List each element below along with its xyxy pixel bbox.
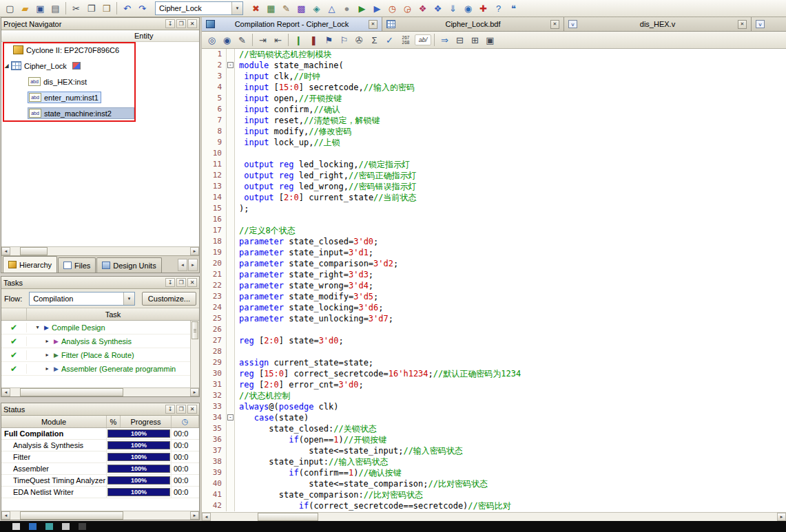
code-line[interactable]: 38 state_input://输入密码状态 [202,456,786,467]
expander-icon[interactable]: ▾ [34,324,41,330]
pin-icon[interactable]: ↧ [165,405,175,414]
code-line[interactable]: 7 input reset,//清楚锁定，解锁键 [202,115,786,126]
customize-button[interactable]: Customize... [142,292,196,306]
scroll-left-icon[interactable]: ◄ [1,388,10,396]
debug-icon[interactable]: ✚ [476,1,490,16]
status-row[interactable]: Fitter100%00:0 [1,451,199,463]
outdent-icon[interactable]: ⇤ [271,33,285,47]
netlist-viewer-icon[interactable]: ◈ [309,1,324,16]
expander-icon[interactable]: ▸ [43,365,51,372]
chip-planner-icon[interactable]: ▩ [294,1,309,16]
scroll-left-icon[interactable]: ◄ [1,247,10,255]
code-line[interactable]: 12 output reg led_right,//密码正确指示灯 [202,170,786,181]
stop-icon[interactable]: ● [340,1,354,16]
code-line[interactable]: 16 [202,214,786,225]
assignment-editor-icon[interactable]: ▦ [264,1,278,16]
code-editor[interactable]: 1//密码锁状态机控制模块2-module state_machine(3 in… [202,49,786,512]
find-icon[interactable]: ◎ [205,33,219,47]
scrollbar-thumb[interactable] [258,513,318,521]
code-line[interactable]: 41 state_comparison://比对密码状态 [202,489,786,500]
scrollbar-thumb[interactable] [20,388,123,396]
tree-item[interactable]: abddis_HEX:inst [1,74,199,89]
undo-icon[interactable]: ↶ [120,1,134,16]
tab-partial[interactable]: v [752,17,786,31]
open-file-icon[interactable]: ▰ [18,1,32,16]
redo-icon[interactable]: ↷ [135,1,149,16]
scroll-right-icon[interactable]: ► [190,388,199,396]
print-icon[interactable]: ▤ [48,1,63,16]
indent-icon[interactable]: ⇥ [256,33,270,47]
fold-collapse-icon[interactable]: - [227,62,234,68]
scroll-left-icon[interactable]: ◄ [202,513,211,521]
code-line[interactable]: 14 output [2:0] current_state//当前状态 [202,192,786,203]
code-line[interactable]: 15); [202,203,786,214]
scrollbar-thumb[interactable] [20,247,48,255]
code-line[interactable]: 34- case(state) [202,412,786,423]
status-row[interactable]: TimeQuest Timing Analyzer100%00:0 [1,475,199,487]
scrollbar-track[interactable] [10,388,190,396]
start-compilation-icon[interactable]: ▶ [355,1,369,16]
task-row[interactable]: ✔▸▶Assembler (Generate programmin [1,362,199,376]
close-icon[interactable]: ✕ [738,20,747,29]
chevron-down-icon[interactable]: ▼ [123,292,134,305]
close-icon[interactable]: ✕ [187,278,197,287]
attach-icon[interactable]: ✇ [352,33,366,47]
scroll-right-icon[interactable]: ► [777,513,786,521]
code-line[interactable]: 30reg [15:0] correct_secretcode=16'h1234… [202,368,786,379]
code-line[interactable]: 40 state<=state_comparison;//比对密码状态 [202,478,786,489]
close-icon[interactable]: ✕ [369,20,378,29]
float-icon[interactable]: ❐ [176,19,186,28]
status-row[interactable]: EDA Netlist Writer100%00:0 [1,487,199,498]
bookmark-next-icon[interactable]: ⚐ [337,33,351,47]
tree-item[interactable]: Cyclone II: EP2C70F896C6 [1,42,199,58]
summary-icon[interactable]: Σ [367,33,382,47]
scroll-left-icon[interactable]: ◄ [1,511,10,520]
task-row[interactable]: ✔▾▶Compile Design [1,321,199,334]
code-line[interactable]: 39 if(confirm==1)//确认按键 [202,467,786,478]
code-line[interactable]: 6 input confirm,//确认 [202,104,786,115]
code-line[interactable]: 18parameter state_closed=3'd0; [202,236,786,247]
rtl-viewer-icon[interactable]: ❖ [415,1,430,16]
goto-icon[interactable]: ⇒ [437,33,452,47]
code-line[interactable]: 24parameter state_locking=3'd6; [202,302,786,313]
fullscreen-icon[interactable]: ▣ [483,33,497,47]
scrollbar-thumb[interactable] [192,321,198,339]
taskbar-item[interactable] [29,523,37,530]
save-icon[interactable]: ▣ [33,1,48,16]
pin-planner-icon[interactable]: ✎ [279,1,293,16]
code-line[interactable]: 37 state<=state_input;//输入密码状态 [202,445,786,456]
status-row[interactable]: Assembler100%00:0 [1,463,199,475]
close-icon[interactable]: ✕ [187,19,197,28]
taskbar-item[interactable] [45,523,53,530]
syntax-check-icon[interactable]: ✓ [382,33,397,47]
code-line[interactable]: 22parameter state_wrong=3'd4; [202,280,786,291]
code-line[interactable]: 8 input modify,//修改密码 [202,126,786,137]
code-line[interactable]: 31reg [2:0] error_cnt=3'd0; [202,379,786,390]
scroll-right-icon[interactable]: ► [190,247,199,255]
code-line[interactable]: 17//定义8个状态 [202,225,786,236]
paste-icon[interactable]: ❒ [99,1,114,16]
copy-icon[interactable]: ❐ [84,1,99,16]
code-line[interactable]: 2-module state_machine( [202,60,786,71]
settings-icon[interactable]: ✖ [249,1,263,16]
status-hscrollbar[interactable]: ◄ ► [1,511,199,520]
task-row[interactable]: ✔▸▶Fitter (Place & Route) [1,348,199,362]
split-window-icon[interactable]: ⊟ [453,33,467,47]
tab-design-units[interactable]: Design Units [96,257,161,273]
replace-icon[interactable]: ✎ [235,33,249,47]
comment-icon[interactable]: ❙ [291,33,306,47]
new-window-icon[interactable]: ⊞ [468,33,482,47]
code-line[interactable]: 32//状态机控制 [202,390,786,401]
code-line[interactable]: 42 if(correct_secretcode==secretcode)//密… [202,500,786,511]
fold-margin[interactable]: - [227,412,235,423]
tab-files[interactable]: Files [58,257,96,273]
start-analysis-icon[interactable]: ▶ [370,1,384,16]
timequest-icon[interactable]: ◷ [385,1,400,16]
tasks-vscrollbar[interactable] [190,321,199,387]
close-icon[interactable]: ✕ [550,20,559,29]
tab-hierarchy[interactable]: Hierarchy [3,256,57,273]
code-line[interactable]: 11 output reg led_locking,//锁定指示灯 [202,159,786,170]
scrollbar-track[interactable] [10,247,190,255]
scroll-left-icon[interactable]: ◄ [178,259,187,271]
help-icon[interactable]: ? [491,1,506,16]
